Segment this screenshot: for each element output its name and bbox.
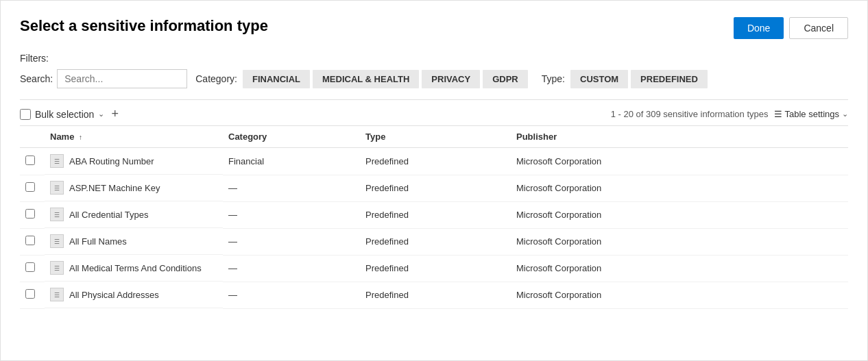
table-row[interactable]: ☰ABA Routing NumberFinancialPredefinedMi… (20, 148, 848, 175)
row-checkbox-cell (20, 282, 45, 308)
row-type: Predefined (360, 282, 511, 308)
row-name-text: All Credential Types (69, 210, 148, 220)
row-checkbox[interactable] (25, 236, 35, 245)
th-name[interactable]: Name ↑ (45, 126, 223, 148)
select-sensitive-info-dialog: Select a sensitive information type Done… (0, 0, 868, 361)
row-type-icon: ☰ (50, 208, 64, 221)
dialog-header: Select a sensitive information type Done… (20, 17, 848, 39)
toolbar-row: Bulk selection ⌄ + 1 - 20 of 309 sensiti… (20, 99, 848, 126)
row-checkbox-cell (20, 148, 45, 175)
row-type-icon: ☰ (50, 154, 64, 168)
bulk-select-checkbox[interactable] (20, 109, 31, 120)
row-name: ☰All Credential Types (45, 201, 223, 228)
table-settings-button[interactable]: ☰ Table settings ⌄ (774, 109, 849, 119)
row-name-text: All Physical Addresses (69, 290, 159, 300)
row-name-text: All Full Names (69, 236, 127, 247)
row-checkbox-cell (20, 228, 45, 255)
add-icon[interactable]: + (111, 107, 119, 121)
cancel-button[interactable]: Cancel (789, 17, 848, 39)
table-row[interactable]: ☰All Full Names—PredefinedMicrosoft Corp… (20, 228, 848, 255)
th-checkbox (20, 126, 45, 148)
th-type[interactable]: Type (360, 126, 511, 148)
table-row[interactable]: ☰ASP.NET Machine Key—PredefinedMicrosoft… (20, 175, 848, 201)
row-category: — (223, 175, 360, 201)
type-label: Type: (542, 73, 565, 84)
row-type-icon: ☰ (50, 234, 64, 248)
count-text: 1 - 20 of 309 sensitive information type… (611, 109, 769, 119)
row-name-text: ABA Routing Number (69, 156, 154, 166)
th-publisher[interactable]: Publisher (511, 126, 848, 148)
filters-row: Search: Category: FINANCIAL MEDICAL & HE… (20, 69, 848, 88)
filters-section: Filters: Search: Category: FINANCIAL MED… (20, 53, 848, 88)
filter-btn-financial[interactable]: FINANCIAL (243, 70, 310, 88)
filter-btn-custom[interactable]: CUSTOM (570, 70, 628, 88)
row-publisher: Microsoft Corporation (511, 255, 848, 282)
table-settings-label: Table settings (785, 109, 840, 119)
row-publisher: Microsoft Corporation (511, 175, 848, 201)
filter-btn-privacy[interactable]: PRIVACY (422, 70, 480, 88)
search-label: Search: (20, 73, 53, 84)
row-category: Financial (223, 148, 360, 175)
row-checkbox-cell (20, 201, 45, 228)
row-name: ☰ASP.NET Machine Key (45, 175, 223, 201)
table-row[interactable]: ☰All Medical Terms And Conditions—Predef… (20, 255, 848, 282)
row-checkbox[interactable] (25, 182, 35, 192)
row-category: — (223, 282, 360, 308)
dialog-title: Select a sensitive information type (20, 17, 268, 35)
row-checkbox[interactable] (25, 262, 35, 272)
filter-btn-gdpr[interactable]: GDPR (483, 70, 528, 88)
row-publisher: Microsoft Corporation (511, 201, 848, 228)
row-publisher: Microsoft Corporation (511, 228, 848, 255)
category-group: Category: FINANCIAL MEDICAL & HEALTH PRI… (195, 70, 528, 88)
row-category: — (223, 201, 360, 228)
table-header-row: Name ↑ Category Type Publisher (20, 126, 848, 148)
table-row[interactable]: ☰All Credential Types—PredefinedMicrosof… (20, 201, 848, 228)
row-name: ☰All Physical Addresses (45, 282, 223, 308)
table-settings-icon: ☰ (774, 109, 782, 119)
row-name: ☰All Medical Terms And Conditions (45, 255, 223, 282)
row-name: ☰All Full Names (45, 228, 223, 255)
row-type: Predefined (360, 148, 511, 175)
filters-label: Filters: (20, 53, 848, 64)
filter-btn-medical-health[interactable]: MEDICAL & HEALTH (313, 70, 419, 88)
row-publisher: Microsoft Corporation (511, 282, 848, 308)
row-name: ☰ABA Routing Number (45, 148, 223, 175)
search-input[interactable] (57, 69, 187, 88)
sensitive-info-table: Name ↑ Category Type Publisher ☰ABA Rout… (20, 126, 848, 309)
table-info: 1 - 20 of 309 sensitive information type… (611, 109, 848, 119)
row-type-icon: ☰ (50, 288, 64, 301)
filter-btn-predefined[interactable]: PREDEFINED (631, 70, 708, 88)
row-checkbox[interactable] (25, 289, 35, 299)
row-type-icon: ☰ (50, 181, 64, 195)
row-type-icon: ☰ (50, 261, 64, 275)
type-group: Type: CUSTOM PREDEFINED (536, 70, 708, 88)
row-checkbox[interactable] (25, 155, 35, 165)
row-checkbox[interactable] (25, 209, 35, 219)
table-row[interactable]: ☰All Physical Addresses—PredefinedMicros… (20, 282, 848, 308)
row-type: Predefined (360, 201, 511, 228)
search-group: Search: (20, 69, 187, 88)
th-category[interactable]: Category (223, 126, 360, 148)
row-type: Predefined (360, 255, 511, 282)
row-checkbox-cell (20, 255, 45, 282)
row-category: — (223, 255, 360, 282)
row-name-text: ASP.NET Machine Key (69, 183, 160, 193)
header-buttons: Done Cancel (734, 17, 848, 39)
row-category: — (223, 228, 360, 255)
bulk-selection-label: Bulk selection (35, 109, 94, 120)
chevron-down-icon[interactable]: ⌄ (98, 110, 104, 119)
row-publisher: Microsoft Corporation (511, 148, 848, 175)
sort-arrow-icon: ↑ (79, 134, 82, 141)
category-label: Category: (195, 73, 237, 84)
done-button[interactable]: Done (734, 17, 784, 39)
row-type: Predefined (360, 175, 511, 201)
table-settings-chevron-icon: ⌄ (842, 110, 848, 119)
row-type: Predefined (360, 228, 511, 255)
bulk-group: Bulk selection ⌄ + (20, 107, 119, 121)
row-name-text: All Medical Terms And Conditions (69, 263, 202, 273)
row-checkbox-cell (20, 175, 45, 201)
